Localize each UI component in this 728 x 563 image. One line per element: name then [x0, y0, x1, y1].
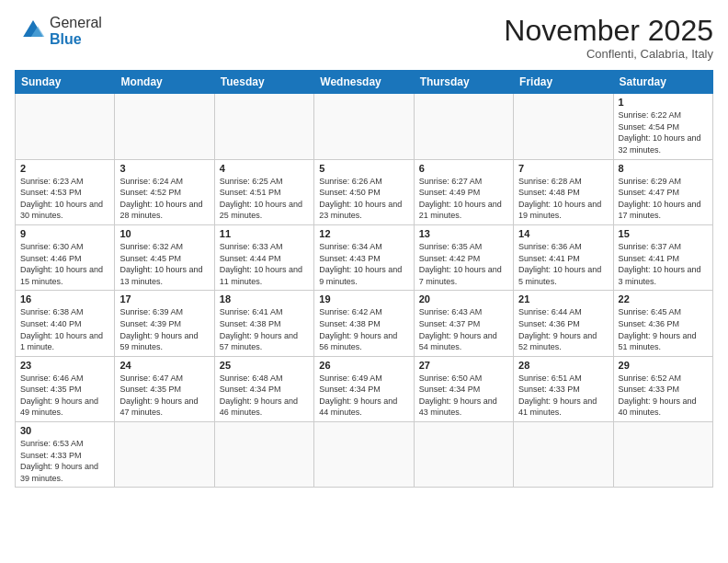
day-number: 4	[220, 163, 309, 174]
day-info: Sunrise: 6:29 AM Sunset: 4:47 PM Dayligh…	[619, 176, 708, 222]
table-row: 30Sunrise: 6:53 AM Sunset: 4:33 PM Dayli…	[16, 422, 115, 488]
day-number: 20	[419, 293, 508, 304]
day-number: 17	[119, 293, 209, 304]
table-row: 28Sunrise: 6:51 AM Sunset: 4:33 PM Dayli…	[514, 356, 613, 421]
day-info: Sunrise: 6:32 AM Sunset: 4:45 PM Dayligh…	[119, 241, 209, 287]
day-number: 28	[518, 360, 608, 371]
page: General Blue November 2025 Conflenti, Ca…	[0, 0, 728, 563]
day-number: 18	[220, 293, 309, 304]
table-row	[314, 94, 414, 159]
table-row: 27Sunrise: 6:50 AM Sunset: 4:34 PM Dayli…	[414, 356, 513, 421]
table-row: 26Sunrise: 6:49 AM Sunset: 4:34 PM Dayli…	[314, 356, 414, 421]
day-number: 1	[619, 97, 708, 108]
day-info: Sunrise: 6:47 AM Sunset: 4:35 PM Dayligh…	[119, 373, 209, 419]
header-thursday: Thursday	[414, 71, 513, 94]
day-number: 30	[20, 425, 109, 436]
day-info: Sunrise: 6:28 AM Sunset: 4:48 PM Dayligh…	[518, 176, 608, 222]
table-row: 8Sunrise: 6:29 AM Sunset: 4:47 PM Daylig…	[613, 159, 712, 224]
day-number: 8	[619, 163, 708, 174]
day-number: 24	[119, 360, 209, 371]
table-row	[613, 422, 712, 488]
header: General Blue November 2025 Conflenti, Ca…	[15, 15, 713, 61]
day-number: 9	[20, 228, 109, 239]
logo: General Blue	[15, 15, 102, 47]
day-info: Sunrise: 6:36 AM Sunset: 4:41 PM Dayligh…	[518, 241, 608, 287]
day-number: 13	[419, 228, 508, 239]
day-number: 11	[220, 228, 309, 239]
day-info: Sunrise: 6:24 AM Sunset: 4:52 PM Dayligh…	[119, 176, 209, 222]
calendar-header-row: Sunday Monday Tuesday Wednesday Thursday…	[16, 71, 713, 94]
day-info: Sunrise: 6:26 AM Sunset: 4:50 PM Dayligh…	[319, 176, 408, 222]
day-info: Sunrise: 6:27 AM Sunset: 4:49 PM Dayligh…	[419, 176, 508, 222]
table-row: 9Sunrise: 6:30 AM Sunset: 4:46 PM Daylig…	[16, 224, 115, 290]
day-number: 19	[319, 293, 408, 304]
day-number: 16	[20, 293, 109, 304]
day-info: Sunrise: 6:23 AM Sunset: 4:53 PM Dayligh…	[20, 176, 109, 222]
day-number: 23	[20, 360, 109, 371]
day-info: Sunrise: 6:34 AM Sunset: 4:43 PM Dayligh…	[319, 241, 408, 287]
day-info: Sunrise: 6:37 AM Sunset: 4:41 PM Dayligh…	[619, 241, 708, 287]
day-info: Sunrise: 6:48 AM Sunset: 4:34 PM Dayligh…	[220, 373, 309, 419]
day-info: Sunrise: 6:22 AM Sunset: 4:54 PM Dayligh…	[619, 109, 708, 155]
table-row	[514, 94, 613, 159]
day-info: Sunrise: 6:35 AM Sunset: 4:42 PM Dayligh…	[419, 241, 508, 287]
day-number: 6	[419, 163, 508, 174]
header-friday: Friday	[514, 71, 613, 94]
day-info: Sunrise: 6:39 AM Sunset: 4:39 PM Dayligh…	[119, 306, 209, 352]
table-row	[314, 422, 414, 488]
day-info: Sunrise: 6:51 AM Sunset: 4:33 PM Dayligh…	[518, 373, 608, 419]
day-number: 14	[518, 228, 608, 239]
table-row: 1Sunrise: 6:22 AM Sunset: 4:54 PM Daylig…	[613, 94, 712, 159]
day-number: 3	[119, 163, 209, 174]
day-number: 15	[619, 228, 708, 239]
table-row: 12Sunrise: 6:34 AM Sunset: 4:43 PM Dayli…	[314, 224, 414, 290]
table-row: 4Sunrise: 6:25 AM Sunset: 4:51 PM Daylig…	[214, 159, 313, 224]
table-row: 6Sunrise: 6:27 AM Sunset: 4:49 PM Daylig…	[414, 159, 513, 224]
calendar: Sunday Monday Tuesday Wednesday Thursday…	[15, 70, 713, 488]
table-row: 2Sunrise: 6:23 AM Sunset: 4:53 PM Daylig…	[16, 159, 115, 224]
header-tuesday: Tuesday	[214, 71, 313, 94]
header-wednesday: Wednesday	[314, 71, 414, 94]
day-info: Sunrise: 6:53 AM Sunset: 4:33 PM Dayligh…	[20, 438, 109, 484]
day-info: Sunrise: 6:49 AM Sunset: 4:34 PM Dayligh…	[319, 373, 408, 419]
day-info: Sunrise: 6:52 AM Sunset: 4:33 PM Dayligh…	[619, 373, 708, 419]
table-row: 24Sunrise: 6:47 AM Sunset: 4:35 PM Dayli…	[115, 356, 214, 421]
table-row	[414, 422, 513, 488]
table-row: 14Sunrise: 6:36 AM Sunset: 4:41 PM Dayli…	[514, 224, 613, 290]
table-row: 22Sunrise: 6:45 AM Sunset: 4:36 PM Dayli…	[613, 291, 712, 356]
day-info: Sunrise: 6:45 AM Sunset: 4:36 PM Dayligh…	[619, 306, 708, 352]
table-row: 10Sunrise: 6:32 AM Sunset: 4:45 PM Dayli…	[115, 224, 214, 290]
table-row: 3Sunrise: 6:24 AM Sunset: 4:52 PM Daylig…	[115, 159, 214, 224]
logo-icon	[17, 17, 50, 42]
day-number: 5	[319, 163, 408, 174]
table-row: 19Sunrise: 6:42 AM Sunset: 4:38 PM Dayli…	[314, 291, 414, 356]
header-monday: Monday	[115, 71, 214, 94]
day-number: 26	[319, 360, 408, 371]
calendar-week-2: 2Sunrise: 6:23 AM Sunset: 4:53 PM Daylig…	[16, 159, 713, 224]
table-row: 18Sunrise: 6:41 AM Sunset: 4:38 PM Dayli…	[214, 291, 313, 356]
table-row: 15Sunrise: 6:37 AM Sunset: 4:41 PM Dayli…	[613, 224, 712, 290]
table-row	[514, 422, 613, 488]
day-info: Sunrise: 6:42 AM Sunset: 4:38 PM Dayligh…	[319, 306, 408, 352]
day-number: 29	[619, 360, 708, 371]
table-row	[16, 94, 115, 159]
table-row	[214, 94, 313, 159]
day-info: Sunrise: 6:43 AM Sunset: 4:37 PM Dayligh…	[419, 306, 508, 352]
day-number: 7	[518, 163, 608, 174]
table-row: 7Sunrise: 6:28 AM Sunset: 4:48 PM Daylig…	[514, 159, 613, 224]
day-info: Sunrise: 6:33 AM Sunset: 4:44 PM Dayligh…	[220, 241, 309, 287]
day-number: 22	[619, 293, 708, 304]
calendar-week-5: 23Sunrise: 6:46 AM Sunset: 4:35 PM Dayli…	[16, 356, 713, 421]
table-row: 23Sunrise: 6:46 AM Sunset: 4:35 PM Dayli…	[16, 356, 115, 421]
header-saturday: Saturday	[613, 71, 712, 94]
title-block: November 2025 Conflenti, Calabria, Italy	[504, 15, 713, 61]
day-info: Sunrise: 6:30 AM Sunset: 4:46 PM Dayligh…	[20, 241, 109, 287]
table-row: 5Sunrise: 6:26 AM Sunset: 4:50 PM Daylig…	[314, 159, 414, 224]
day-info: Sunrise: 6:46 AM Sunset: 4:35 PM Dayligh…	[20, 373, 109, 419]
day-number: 2	[20, 163, 109, 174]
day-info: Sunrise: 6:44 AM Sunset: 4:36 PM Dayligh…	[518, 306, 608, 352]
day-info: Sunrise: 6:50 AM Sunset: 4:34 PM Dayligh…	[419, 373, 508, 419]
table-row: 13Sunrise: 6:35 AM Sunset: 4:42 PM Dayli…	[414, 224, 513, 290]
table-row	[115, 422, 214, 488]
table-row: 29Sunrise: 6:52 AM Sunset: 4:33 PM Dayli…	[613, 356, 712, 421]
